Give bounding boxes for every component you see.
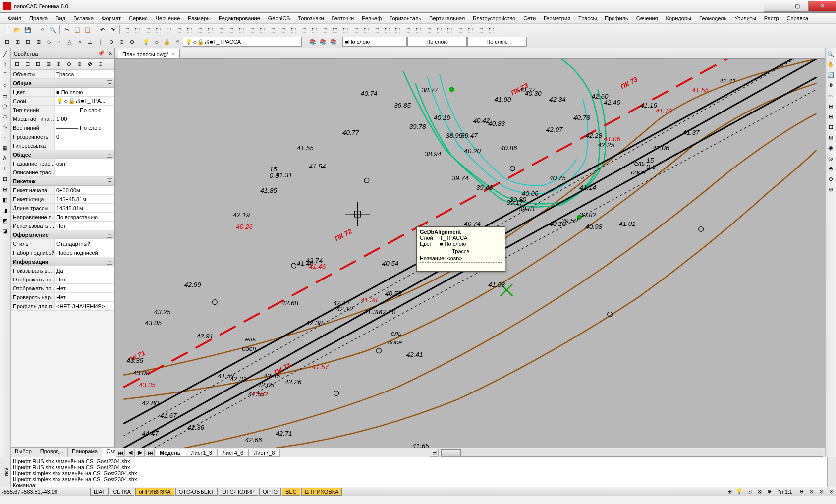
snap-icon[interactable]: ⊥ [85,37,95,47]
menu-правка[interactable]: Правка [25,14,52,23]
prop-tool-icon[interactable]: ⊡ [33,59,43,69]
property-value[interactable]: Набор подписей [55,248,114,257]
draw-poly-icon[interactable]: ⬠ [0,101,10,111]
draw-table-icon[interactable]: ⊞ [0,184,10,194]
prop-tool-icon[interactable]: ⊙ [95,59,105,69]
layer-icon[interactable]: ☼ [152,37,162,47]
tool-icon[interactable]: ⬚ [372,25,382,35]
layer-tool-icon[interactable]: 📚 [329,37,338,47]
layout-tab[interactable]: Лист4_6 [217,449,249,457]
property-value[interactable]: Нет [55,284,114,292]
menu-формат[interactable]: Формат [98,14,125,23]
tool-icon[interactable]: ⬚ [247,25,257,35]
props-tab[interactable]: Панорама [68,448,102,457]
tool-icon[interactable]: ⬚ [455,25,465,35]
tool-icon[interactable]: ⬚ [309,25,319,35]
menu-геометрия[interactable]: Геометрия [540,14,574,23]
menu-справка[interactable]: Справка [783,14,812,23]
command-scrollbar[interactable] [827,457,836,487]
tool-icon[interactable]: ⬚ [320,25,330,35]
view-tool-icon[interactable]: ◉ [826,143,836,153]
layer-tool-icon[interactable]: 📚 [308,37,318,47]
menu-растр[interactable]: Растр [760,14,783,23]
property-value[interactable]: 14545.81м [55,204,114,212]
prop-tool-icon[interactable]: ⊞ [12,59,22,69]
property-value[interactable]: 1.00 [55,114,114,123]
view-tool-icon[interactable]: ◎ [826,153,836,163]
tool-icon[interactable]: ⬚ [361,25,371,35]
status-icon[interactable]: ⊕ [764,487,774,497]
view-tool-icon[interactable]: ⊠ [826,132,836,142]
tool-icon[interactable]: ⬚ [340,25,350,35]
status-icon[interactable]: ⊠ [754,487,764,497]
pin-icon[interactable]: 📌 [97,49,106,58]
tab-nav-first-icon[interactable]: ⏮ [116,449,125,457]
property-value[interactable]: Нет [55,222,114,230]
status-toggle-оПРИВЯЗКА[interactable]: оПРИВЯЗКА [135,488,174,496]
tool-icon[interactable]: ⬚ [195,25,205,35]
prop-section[interactable]: Информация− [11,257,114,266]
view-tool-icon[interactable]: ⊖ [826,174,836,184]
tab-nav-last-icon[interactable]: ⏭ [146,449,155,457]
property-value[interactable]: osn [55,159,114,168]
prop-tool-icon[interactable]: ⊖ [64,59,74,69]
prop-section[interactable]: Оформление− [11,230,114,239]
tool-icon[interactable]: ⬚ [174,25,184,35]
save-icon[interactable]: 💾 [23,25,33,35]
panel-close-icon[interactable]: ✕ [106,49,114,58]
menu-рельеф[interactable]: Рельеф [358,14,386,23]
status-icon[interactable]: ⊡ [744,487,754,497]
layer-icon[interactable]: 🔒 [162,37,172,47]
draw-ellipse-icon[interactable]: ⬭ [0,112,10,121]
tool-icon[interactable]: ⬚ [330,25,340,35]
tool-icon[interactable]: ⬚ [424,25,434,35]
menu-размеры[interactable]: Размеры [184,14,215,23]
tool-icon[interactable]: ⬚ [143,25,153,35]
layer-dropdown[interactable]: 💡☼🔒🖨■ Т_ТРАССА [183,37,302,47]
menu-топознаки[interactable]: Топознаки [294,14,328,23]
tab-close-icon[interactable]: ✕ [171,51,175,56]
tool-icon[interactable]: ⬚ [486,25,496,35]
layout-tab[interactable]: Лист1_3 [186,449,218,457]
zoom-icon[interactable]: 🔍 [826,49,836,59]
split-icon[interactable]: ⊟ [430,449,439,457]
draw-arc-icon[interactable]: ⌒ [0,70,10,80]
layer-tool-icon[interactable]: 📚 [318,37,328,47]
property-value[interactable]: Нет [55,293,114,301]
horizontal-scrollbar[interactable] [441,449,823,457]
tool-icon[interactable]: ⬚ [413,25,423,35]
menu-сети[interactable]: Сети [519,14,540,23]
undo-icon[interactable]: ↶ [97,25,107,35]
menu-профиль[interactable]: Профиль [601,14,632,23]
menu-сервис[interactable]: Сервис [125,14,152,23]
layout-tab[interactable]: Модель [154,449,186,457]
tab-nav-prev-icon[interactable]: ◀ [126,449,135,457]
tool-icon[interactable]: ⬚ [351,25,361,35]
property-value[interactable]: 0+00.00м [55,186,114,194]
property-value[interactable]: 145+45.81м [55,195,114,203]
view-icon[interactable]: 👁 [826,80,836,90]
print-icon[interactable]: 🖨 [37,25,47,35]
menu-редактирование[interactable]: Редактирование [215,14,264,23]
prop-section[interactable]: Общие− [11,79,114,88]
tool-icon[interactable]: ⬚ [476,25,486,35]
tool-icon[interactable]: ⬚ [465,25,475,35]
tool-icon[interactable]: ⬚ [299,25,309,35]
status-icon[interactable]: ⊞ [725,487,734,497]
prop-tool-icon[interactable]: ⊗ [74,59,84,69]
scale-icon[interactable]: 1:2 [826,91,836,101]
menu-вставка[interactable]: Вставка [69,14,98,23]
preview-icon[interactable]: 🔍 [48,25,57,35]
open-icon[interactable]: 📂 [12,25,22,35]
status-toggle-ОТС-ПОЛЯР[interactable]: ОТС-ПОЛЯР [219,488,258,496]
tool-icon[interactable]: ⬚ [278,25,288,35]
linetype-dropdown[interactable]: По слою [407,37,467,47]
tool-icon[interactable]: ⬚ [153,25,163,35]
property-value[interactable]: ■ По слою [55,88,114,96]
tool-icon[interactable]: ⬚ [257,25,267,35]
tool-icon[interactable]: ⬚ [236,25,246,35]
draw-hatch-icon[interactable]: ▦ [0,143,10,153]
status-icon[interactable]: ⊖ [796,487,806,497]
snap-icon[interactable]: ⊞ [12,37,22,47]
status-toggle-ШАГ[interactable]: ШАГ [90,488,109,496]
